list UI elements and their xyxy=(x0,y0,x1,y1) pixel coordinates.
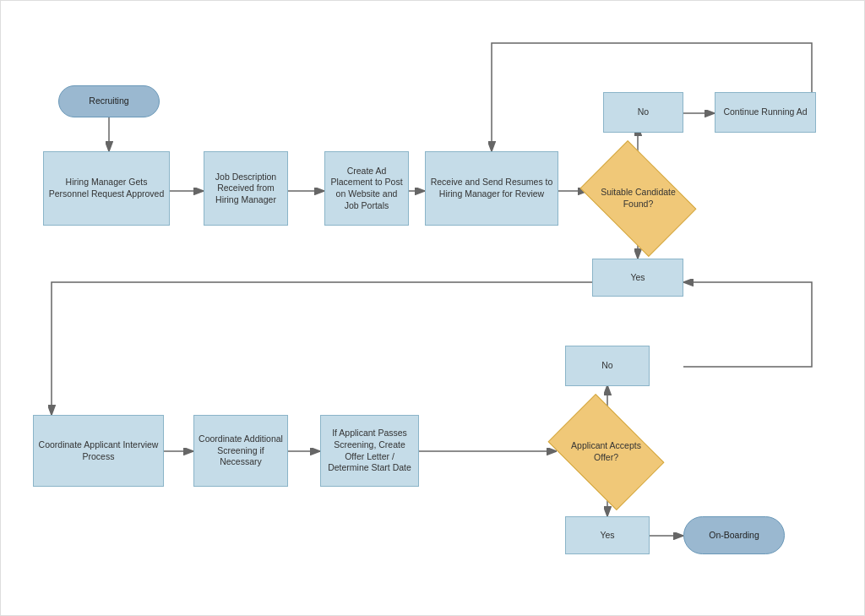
no-bottom-node: No xyxy=(565,346,650,386)
coordinate-interview-node: Coordinate Applicant Interview Process xyxy=(33,415,164,487)
diagram-container: Recruiting Hiring Manager Gets Personnel… xyxy=(0,0,865,616)
applicant-accepts-label: Applicant Accepts Offer? xyxy=(558,437,655,466)
suitable-candidate-label: Suitable Candidate Found? xyxy=(590,183,687,213)
job-description-node: Job Description Received from Hiring Man… xyxy=(204,151,288,226)
suitable-candidate-node: Suitable Candidate Found? xyxy=(586,161,690,236)
create-ad-node: Create Ad Placement to Post on Website a… xyxy=(324,151,409,226)
yes-bottom-node: Yes xyxy=(565,516,650,554)
coordinate-screening-node: Coordinate Additional Screening if Neces… xyxy=(193,415,288,487)
recruiting-node: Recruiting xyxy=(58,85,160,117)
applicant-accepts-node: Applicant Accepts Offer? xyxy=(554,415,658,489)
no-top-node: No xyxy=(603,92,683,133)
receive-resumes-node: Receive and Send Resumes to Hiring Manag… xyxy=(425,151,558,226)
yes-mid-node: Yes xyxy=(592,259,683,297)
hiring-manager-node: Hiring Manager Gets Personnel Request Ap… xyxy=(43,151,170,226)
onboarding-node: On-Boarding xyxy=(683,516,785,554)
continue-running-node: Continue Running Ad xyxy=(715,92,816,133)
applicant-passes-node: If Applicant Passes Screening, Create Of… xyxy=(320,415,419,487)
